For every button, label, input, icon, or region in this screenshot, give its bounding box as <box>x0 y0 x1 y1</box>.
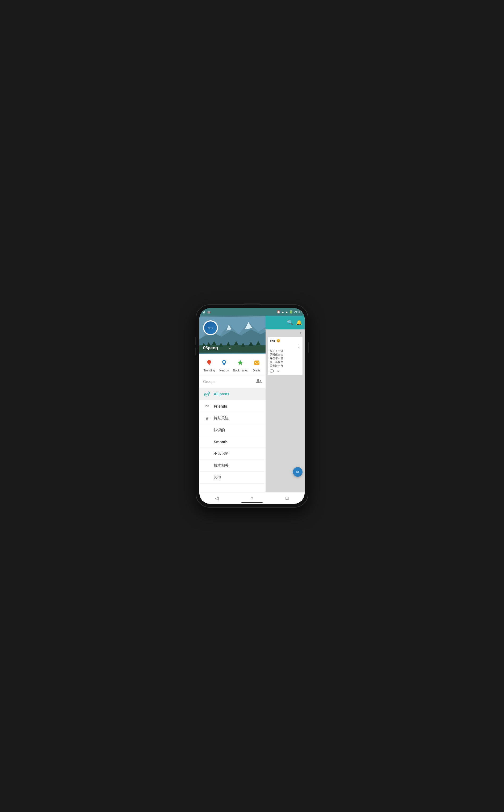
phone-device: @ 🤖 ⏰ ▲ ▲ 🔋 21:49 <box>196 305 308 507</box>
status-bar: @ 🤖 ⏰ ▲ ▲ 🔋 21:49 <box>199 308 305 316</box>
trending-action[interactable]: Trending <box>204 358 215 372</box>
quick-actions-row: Trending Nearby <box>199 354 266 375</box>
back-icon: ◁ <box>215 495 219 501</box>
phone-bottom-bar <box>241 502 263 503</box>
weibo-icon <box>203 391 211 397</box>
profile-dropdown-icon[interactable]: ▼ <box>229 347 231 350</box>
drafts-label: Drafts <box>253 369 261 372</box>
svg-marker-28 <box>205 416 209 420</box>
speaker <box>244 303 260 305</box>
battery-icon: 🔋 <box>289 310 293 314</box>
special-icon <box>203 416 211 421</box>
menu-item-friends[interactable]: Friends <box>199 400 266 412</box>
volume-down-button[interactable] <box>195 348 196 355</box>
phone-screen: @ 🤖 ⏰ ▲ ▲ 🔋 21:49 <box>199 308 305 504</box>
at-icon: @ <box>203 310 205 313</box>
svg-point-21 <box>257 379 259 381</box>
tech-label: 技术相关 <box>214 463 229 468</box>
time-display: 21:49 <box>294 310 301 313</box>
home-icon: ○ <box>251 495 254 501</box>
svg-point-22 <box>260 380 261 382</box>
menu-item-all-posts[interactable]: All posts <box>199 388 266 400</box>
right-panel-header: 🔍 🔔 <box>266 316 305 329</box>
post-username: kok <box>270 339 275 342</box>
clock-icon: ⏰ <box>277 310 280 314</box>
nearby-label: Nearby <box>219 369 229 372</box>
friends-label: Friends <box>214 404 227 408</box>
screen-content: @ 🤖 ⏰ ▲ ▲ 🔋 21:49 <box>199 308 305 504</box>
strangers-label: 不认识的 <box>214 451 229 456</box>
menu-item-strangers[interactable]: 不认识的 <box>199 448 266 460</box>
friends-icon <box>203 404 211 409</box>
compose-fab-button[interactable]: ✏ <box>293 467 303 477</box>
others-label: 其他 <box>214 475 221 480</box>
menu-item-special[interactable]: 特别关注 <box>199 412 266 424</box>
bookmarks-label: Bookmarks <box>233 369 248 372</box>
groups-section: Groups ⚙ <box>199 375 266 388</box>
smooth-label: Smooth <box>214 440 228 444</box>
recent-icon: □ <box>286 495 289 501</box>
svg-point-23 <box>261 382 262 383</box>
profile-username: 06peng <box>203 346 218 350</box>
nearby-action[interactable]: Nearby <box>219 358 229 372</box>
comment-icon[interactable]: 💬 <box>270 369 274 373</box>
drafts-icon <box>252 358 262 367</box>
trending-icon <box>204 358 214 367</box>
svg-point-17 <box>223 361 225 363</box>
menu-item-others[interactable]: 其他 <box>199 472 266 484</box>
svg-marker-18 <box>238 360 243 365</box>
avatar-image: 06peng <box>204 321 217 334</box>
drawer-header: 06peng 06peng ▼ <box>199 316 266 354</box>
card-menu-icon[interactable]: ⋮ <box>297 344 300 348</box>
drawer-panel: 06peng 06peng ▼ <box>199 316 266 492</box>
right-panel: 🔍 🔔 ⋮ kok 😊 <box>266 316 305 492</box>
svg-point-26 <box>205 394 207 395</box>
post-card-header: ⋮ <box>270 344 300 348</box>
post-menu-icon[interactable]: ⋮ <box>299 332 303 336</box>
acquaintances-label: 认识的 <box>214 428 225 433</box>
post-text: 惊了！一进 的时候自动 这些年不管 眼，当代生 关安装一台 <box>270 349 300 368</box>
groups-icon[interactable]: ⚙ <box>256 379 262 384</box>
android-icon: 🤖 <box>207 310 211 314</box>
svg-point-27 <box>207 394 208 395</box>
menu-item-acquaintances[interactable]: 认识的 <box>199 424 266 436</box>
drafts-action[interactable]: Drafts <box>252 358 262 372</box>
groups-label: Groups <box>203 379 215 384</box>
signal-icon: ▲ <box>285 310 288 313</box>
svg-rect-19 <box>254 361 259 365</box>
svg-rect-20 <box>255 361 259 361</box>
trending-label: Trending <box>204 369 215 372</box>
all-posts-label: All posts <box>214 392 229 396</box>
post-actions: 💬 ↪ <box>270 369 300 373</box>
search-icon[interactable]: 🔍 <box>287 320 293 325</box>
menu-list: All posts Friends <box>199 388 266 492</box>
notification-icon[interactable]: 🔔 <box>296 320 302 325</box>
status-left: @ 🤖 <box>203 310 211 314</box>
bookmarks-icon <box>236 358 245 367</box>
volume-up-button[interactable] <box>195 337 196 345</box>
post-title-row: kok 😊 <box>270 339 300 343</box>
wifi-icon: ▲ <box>282 310 284 313</box>
nearby-icon <box>219 358 229 367</box>
avatar[interactable]: 06peng <box>203 320 218 335</box>
status-right: ⏰ ▲ ▲ 🔋 21:49 <box>277 310 301 314</box>
main-area: 06peng 06peng ▼ <box>199 316 305 492</box>
svg-point-16 <box>208 362 210 364</box>
post-card: kok 😊 ⋮ 惊了！一进 的时候自动 这些年不管 眼，当代生 <box>268 337 303 375</box>
bookmarks-action[interactable]: Bookmarks <box>233 358 248 372</box>
back-button[interactable]: ◁ <box>199 492 234 504</box>
special-label: 特别关注 <box>214 416 229 421</box>
menu-item-tech[interactable]: 技术相关 <box>199 460 266 472</box>
share-icon[interactable]: ↪ <box>276 369 279 373</box>
power-button[interactable] <box>308 342 309 353</box>
post-emoji: 😊 <box>276 339 280 343</box>
menu-item-smooth[interactable]: Smooth <box>199 436 266 448</box>
recent-apps-button[interactable]: □ <box>270 492 305 504</box>
edit-icon: ✏ <box>296 470 300 475</box>
